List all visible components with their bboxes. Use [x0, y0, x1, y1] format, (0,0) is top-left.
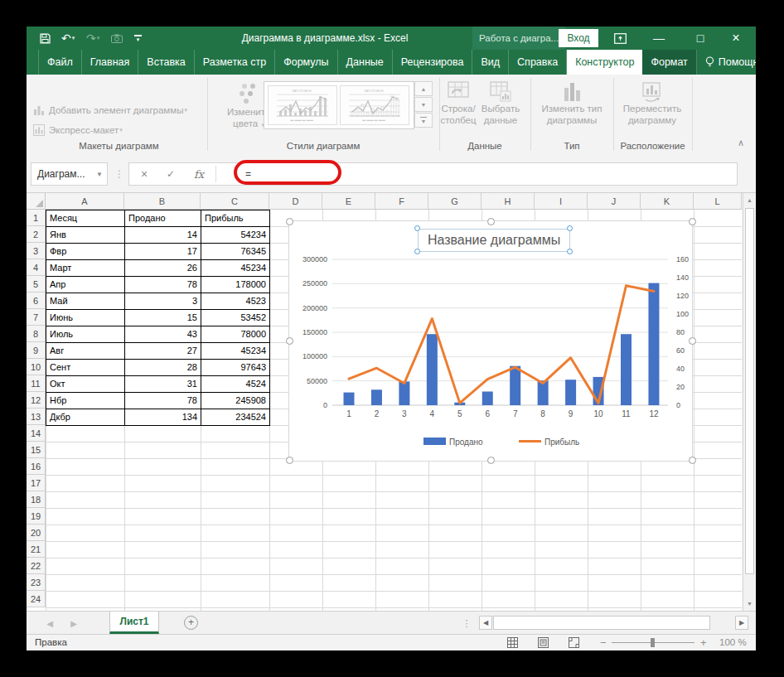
chart-selection-handle[interactable]	[286, 337, 293, 345]
bar-series-point[interactable]	[427, 334, 438, 405]
sheet-tab-active[interactable]: Лист1	[109, 612, 159, 634]
table-cell[interactable]: 78	[124, 392, 201, 409]
table-cell[interactable]: Март	[46, 259, 125, 277]
table-cell[interactable]: 3	[124, 293, 201, 310]
table-cell[interactable]: Авг	[46, 342, 125, 360]
customize-quick-access-button[interactable]: ▾	[134, 27, 142, 50]
normal-view-icon[interactable]	[507, 637, 519, 649]
ribbon-tab-формулы[interactable]: Формулы	[275, 50, 337, 75]
save-icon[interactable]	[40, 27, 51, 50]
row-header-21[interactable]: 21	[27, 541, 46, 558]
chart-title[interactable]: Название диаграммы	[418, 229, 570, 252]
column-header-K[interactable]: K	[641, 193, 694, 210]
change-chart-type-button[interactable]: Изменить тип диаграммы	[535, 81, 609, 126]
bar-series-point[interactable]	[371, 389, 382, 405]
enter-icon[interactable]: ✓	[161, 163, 181, 185]
table-cell[interactable]: 245908	[201, 392, 270, 409]
column-header-B[interactable]: B	[124, 193, 201, 210]
chart-selection-handle[interactable]	[689, 218, 696, 225]
sign-in-button[interactable]: Вход	[559, 29, 598, 47]
column-header-C[interactable]: C	[201, 193, 269, 210]
table-cell[interactable]: 27	[124, 342, 201, 360]
gallery-more-button[interactable]: ▼	[414, 113, 433, 128]
column-header-G[interactable]: G	[428, 193, 482, 210]
tab-help[interactable]: Помощн	[697, 56, 756, 68]
row-header-2[interactable]: 2	[27, 226, 46, 243]
row-header-24[interactable]: 24	[27, 591, 46, 607]
move-chart-button[interactable]: Переместить диаграмму	[615, 81, 690, 126]
table-cell[interactable]: 178000	[201, 276, 270, 293]
row-header-8[interactable]: 8	[27, 326, 46, 342]
horizontal-scrollbar-thumb[interactable]	[493, 616, 710, 630]
quick-layout-button[interactable]: Экспресс-макет▾	[33, 124, 123, 136]
table-cell[interactable]: Сент	[46, 359, 125, 376]
column-header-F[interactable]: F	[375, 193, 428, 210]
row-header-11[interactable]: 11	[27, 375, 46, 392]
camera-icon[interactable]	[111, 27, 123, 50]
table-cell[interactable]: 54234	[201, 226, 270, 244]
maximize-button[interactable]: □	[688, 27, 713, 50]
sheet-nav-left-icon[interactable]: ◀	[41, 612, 58, 635]
redo-button[interactable]: ↷▾	[86, 27, 99, 50]
table-cell[interactable]: Апр	[46, 276, 125, 293]
table-cell[interactable]: Янв	[46, 226, 125, 244]
table-cell[interactable]: 31	[124, 375, 201, 393]
scrollbar-drag-handle[interactable]: ⋮	[462, 612, 471, 635]
ribbon-tab-разметка-стр[interactable]: Разметка стр	[195, 50, 275, 75]
table-cell[interactable]: 28	[124, 359, 201, 376]
sheet-nav-right-icon[interactable]: ▶	[65, 612, 82, 635]
zoom-level[interactable]: 100 %	[719, 635, 747, 650]
row-header-20[interactable]: 20	[27, 525, 46, 541]
scroll-right-icon[interactable]: ▶	[735, 616, 748, 630]
chart-selection-handle[interactable]	[487, 457, 495, 464]
table-cell[interactable]: 4523	[201, 293, 270, 310]
column-header-H[interactable]: H	[482, 193, 535, 210]
row-header-19[interactable]: 19	[27, 508, 46, 525]
column-header-D[interactable]: D	[269, 193, 322, 210]
title-selection-handle[interactable]	[414, 225, 420, 231]
chart-object[interactable]: 0500001000001500002000002500003000000204…	[288, 220, 693, 462]
scroll-down-icon[interactable]: ▼	[743, 597, 756, 611]
title-selection-handle[interactable]	[567, 249, 573, 254]
table-header-cell[interactable]: Месяц	[46, 210, 125, 227]
row-header-16[interactable]: 16	[27, 458, 46, 475]
scroll-up-icon[interactable]: ▲	[743, 193, 756, 207]
scroll-left-icon[interactable]: ◀	[479, 616, 492, 630]
bar-series-point[interactable]	[344, 393, 355, 405]
legend-swatch-bar[interactable]	[423, 438, 446, 445]
close-button[interactable]: ×	[724, 27, 748, 50]
line-series[interactable]	[349, 286, 654, 404]
cancel-icon[interactable]: ×	[134, 163, 154, 185]
minimize-button[interactable]: —	[646, 27, 671, 50]
vertical-scrollbar-thumb[interactable]	[745, 208, 754, 574]
ribbon-tab-главная[interactable]: Главная	[82, 50, 139, 75]
bar-series-point[interactable]	[565, 380, 576, 405]
row-header-7[interactable]: 7	[27, 309, 46, 326]
table-cell[interactable]: Нбр	[46, 392, 125, 409]
table-cell[interactable]: 4524	[201, 375, 270, 393]
chart-style-thumbnail[interactable]: ЗАГОЛОВОК▬ ▬▬ ▬ ▬▬	[340, 85, 409, 125]
table-cell[interactable]: 43	[124, 326, 201, 343]
column-header-L[interactable]: L	[694, 193, 742, 210]
worksheet-grid[interactable]: 0500001000001500002000002500003000000204…	[27, 193, 742, 611]
ribbon-tab-данные[interactable]: Данные	[338, 50, 393, 75]
table-cell[interactable]: 53452	[201, 309, 270, 326]
add-sheet-button[interactable]: +	[184, 616, 198, 630]
column-header-J[interactable]: J	[588, 193, 641, 210]
table-cell[interactable]: 234524	[201, 409, 270, 426]
chart-style-thumbnail[interactable]: ЗАГОЛОВОК▬ ▬▬ ▬ ▬▬	[268, 85, 337, 125]
column-header-I[interactable]: I	[535, 193, 588, 210]
row-header-10[interactable]: 10	[27, 359, 46, 375]
row-header-12[interactable]: 12	[27, 392, 46, 409]
table-header-cell[interactable]: Прибыль	[201, 210, 270, 227]
table-cell[interactable]: 15	[124, 309, 201, 326]
ribbon-tab-справка[interactable]: Справка	[509, 50, 567, 75]
bar-series-point[interactable]	[482, 392, 493, 406]
table-cell[interactable]: 26	[124, 259, 201, 277]
formula-input-area[interactable]: × ✓ fx =	[128, 162, 738, 186]
ribbon-tab-конструктор[interactable]: Конструктор	[567, 50, 642, 75]
column-header-A[interactable]: A	[46, 193, 124, 210]
table-cell[interactable]: 14	[124, 226, 201, 244]
row-header-13[interactable]: 13	[27, 409, 46, 425]
vertical-scrollbar[interactable]: ▲ ▼	[743, 193, 755, 611]
